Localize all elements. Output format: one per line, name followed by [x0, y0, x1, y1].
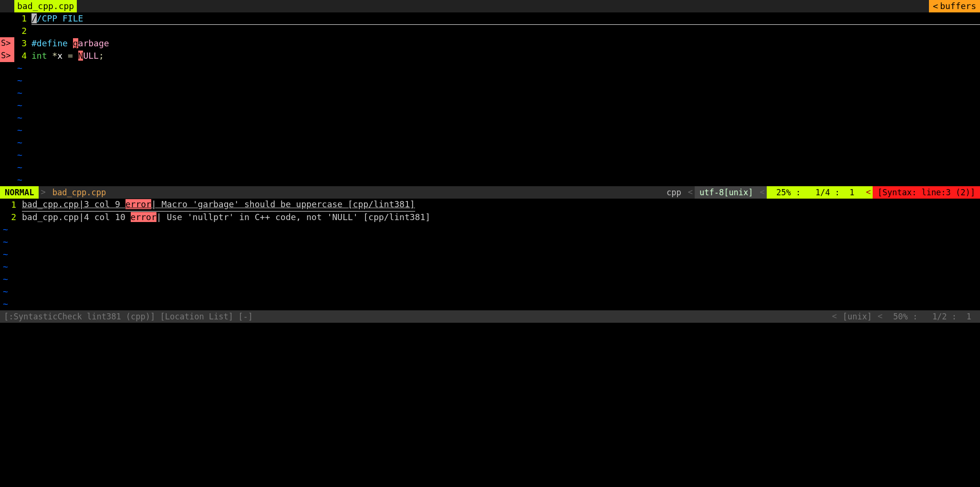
- error-badge: error: [125, 199, 151, 209]
- loclist-title-segment: [:SyntasticCheck lint381 (cpp)] [Locatio…: [0, 310, 257, 323]
- code-line[interactable]: 1//CPP FILE: [0, 12, 980, 25]
- command-line-area[interactable]: [0, 323, 980, 337]
- token-op: ;: [99, 51, 104, 61]
- code-line[interactable]: S>4int *x = NULL;: [0, 50, 980, 62]
- filetype-label: cpp: [667, 187, 681, 199]
- empty-line-tilde: ~: [0, 124, 980, 137]
- statusline2-spacer: [257, 310, 830, 323]
- empty-line-tilde: ~: [0, 298, 980, 310]
- token-op: *: [52, 51, 57, 61]
- token-errchar: g: [73, 38, 78, 48]
- loclist-item[interactable]: 1bad_cpp.cpp|3 col 9 error| Macro 'garba…: [0, 199, 980, 211]
- line-number: 2: [14, 25, 31, 37]
- loclist-text: bad_cpp.cpp|3 col 9 error| Macro 'garbag…: [22, 198, 415, 211]
- buffers-button[interactable]: < buffers: [929, 0, 980, 12]
- tab-bar: bad_cpp.cpp < buffers: [0, 0, 980, 12]
- encoding-label: utf-8[unix]: [699, 187, 753, 199]
- encoding-segment: utf-8[unix]: [695, 186, 758, 199]
- code-line[interactable]: 2: [0, 25, 980, 37]
- loclist-location: bad_cpp.cpp|4 col 10: [22, 212, 131, 222]
- location-list-pane[interactable]: 1bad_cpp.cpp|3 col 9 error| Macro 'garba…: [0, 199, 980, 310]
- loclist-text: bad_cpp.cpp|4 col 10 error| Use 'nullptr…: [22, 211, 430, 223]
- file-segment: bad_cpp.cpp: [48, 186, 111, 199]
- filetype-segment: cpp: [662, 186, 686, 199]
- empty-line-tilde: ~: [0, 87, 980, 99]
- code-content[interactable]: //CPP FILE: [31, 12, 980, 25]
- position-segment: 25% : 1/4 : 1: [767, 186, 864, 199]
- token-macro: arbage: [78, 38, 109, 48]
- position-label: 25% : 1/4 : 1: [771, 187, 859, 199]
- encoding2-segment: [unix]: [839, 310, 876, 323]
- error-badge: error: [131, 212, 156, 222]
- code-content[interactable]: int *x = NULL;: [31, 50, 980, 62]
- empty-line-tilde: ~: [0, 223, 980, 236]
- syntax-warning-segment[interactable]: [Syntax: line:3 (2)]: [873, 186, 980, 199]
- empty-line-tilde: ~: [0, 74, 980, 87]
- loclist-line-number: 2: [0, 211, 22, 223]
- empty-line-tilde: ~: [0, 248, 980, 261]
- separator-icon: <: [686, 186, 695, 199]
- token-ident: x: [57, 51, 68, 61]
- statusline-editor: NORMAL > bad_cpp.cpp cpp < utf-8[unix] <…: [0, 186, 980, 199]
- mode-label: NORMAL: [5, 187, 34, 199]
- token-comment: /CPP FILE: [37, 13, 83, 23]
- token-type: int: [31, 51, 52, 61]
- token-macro: ULL: [83, 51, 99, 61]
- sign-column: [0, 25, 14, 37]
- token-op: =: [68, 51, 78, 61]
- empty-line-tilde: ~: [0, 62, 980, 74]
- token-errchar: N: [78, 51, 83, 61]
- code-content[interactable]: [31, 25, 980, 37]
- empty-line-tilde: ~: [0, 112, 980, 124]
- empty-line-tilde: ~: [0, 161, 980, 174]
- loclist-item[interactable]: 2bad_cpp.cpp|4 col 10 error| Use 'nullpt…: [0, 211, 980, 223]
- sign-column: [0, 12, 14, 25]
- position2-label: 50% : 1/2 : 1: [888, 311, 976, 323]
- statusline-loclist: [:SyntasticCheck lint381 (cpp)] [Locatio…: [0, 310, 980, 323]
- empty-line-tilde: ~: [0, 99, 980, 112]
- encoding2-label: [unix]: [843, 311, 872, 323]
- syntax-warning-label: [Syntax: line:3 (2)]: [877, 187, 975, 199]
- buffer-tab-current[interactable]: bad_cpp.cpp: [14, 0, 77, 12]
- loclist-location: bad_cpp.cpp|3 col 9: [22, 199, 125, 209]
- line-number: 1: [14, 12, 31, 25]
- tab-gutter-spacer: [0, 0, 14, 12]
- position2-segment: 50% : 1/2 : 1: [885, 310, 980, 323]
- error-sign: S>: [0, 37, 14, 50]
- statusline-spacer: [111, 186, 662, 199]
- token-preproc: #define: [31, 38, 73, 48]
- file-label: bad_cpp.cpp: [52, 187, 106, 199]
- loclist-message: | Use 'nullptr' in C++ code, not 'NULL' …: [156, 212, 430, 222]
- empty-line-tilde: ~: [0, 286, 980, 298]
- empty-line-tilde: ~: [0, 236, 980, 248]
- separator-icon: >: [39, 186, 47, 199]
- separator-icon: <: [864, 186, 873, 199]
- loclist-title: [:SyntasticCheck lint381 (cpp)] [Locatio…: [4, 311, 253, 323]
- tab-bar-fill: [77, 0, 929, 12]
- separator-icon: <: [758, 186, 767, 199]
- code-line[interactable]: S>3#define garbage: [0, 37, 980, 50]
- chevron-left-icon: <: [933, 0, 938, 12]
- empty-line-tilde: ~: [0, 273, 980, 286]
- empty-line-tilde: ~: [0, 261, 980, 273]
- code-content[interactable]: #define garbage: [31, 37, 980, 50]
- token-cursor: /: [31, 13, 37, 23]
- loclist-message: | Macro 'garbage' should be uppercase [c…: [151, 199, 415, 209]
- separator-icon: <: [830, 310, 839, 323]
- editor-pane[interactable]: 1//CPP FILE2S>3#define garbageS>4int *x …: [0, 12, 980, 186]
- buffers-label: buffers: [940, 0, 976, 12]
- error-sign: S>: [0, 50, 14, 62]
- loclist-line-number: 1: [0, 199, 22, 211]
- mode-segment: NORMAL: [0, 186, 39, 199]
- line-number: 3: [14, 37, 31, 50]
- empty-line-tilde: ~: [0, 137, 980, 149]
- empty-line-tilde: ~: [0, 149, 980, 161]
- separator-icon: <: [876, 310, 885, 323]
- empty-line-tilde: ~: [0, 174, 980, 186]
- line-number: 4: [14, 50, 31, 62]
